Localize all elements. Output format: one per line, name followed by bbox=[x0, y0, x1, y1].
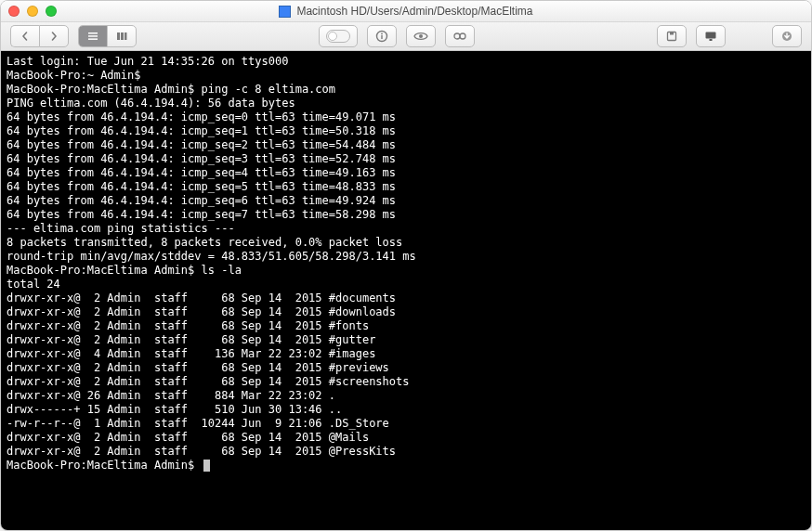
terminal-line: Last login: Tue Jun 21 14:35:26 on ttys0… bbox=[7, 55, 805, 69]
toolbar bbox=[1, 22, 811, 51]
disk-icon bbox=[666, 31, 677, 42]
eye-icon bbox=[413, 31, 428, 42]
terminal-line: 64 bytes from 46.4.194.4: icmp_seq=0 ttl… bbox=[7, 110, 805, 124]
svg-rect-8 bbox=[381, 35, 382, 39]
svg-rect-0 bbox=[88, 32, 98, 34]
chevron-right-icon bbox=[49, 32, 59, 41]
terminal-prompt[interactable]: MacBook-Pro:MacEltima Admin$ bbox=[7, 459, 805, 473]
terminal-line: --- eltima.com ping statistics --- bbox=[7, 222, 805, 236]
svg-rect-14 bbox=[706, 32, 716, 39]
terminal-line: PING eltima.com (46.4.194.4): 56 data by… bbox=[7, 97, 805, 110]
terminal-line: drwxr-xr-x@ 2 Admin staff 68 Sep 14 2015… bbox=[7, 361, 805, 375]
forward-button[interactable] bbox=[39, 25, 69, 47]
info-icon bbox=[375, 30, 388, 43]
svg-point-7 bbox=[381, 33, 383, 35]
terminal-line: 64 bytes from 46.4.194.4: icmp_seq=3 ttl… bbox=[7, 152, 805, 166]
download-icon bbox=[781, 31, 792, 42]
terminal-line: drwxr-xr-x@ 2 Admin staff 68 Sep 14 2015… bbox=[7, 333, 805, 347]
info-button[interactable] bbox=[367, 25, 397, 47]
terminal-line: 64 bytes from 46.4.194.4: icmp_seq=2 ttl… bbox=[7, 138, 805, 152]
preview-button[interactable] bbox=[406, 25, 436, 47]
view-mode-segment bbox=[78, 25, 137, 47]
folder-icon bbox=[279, 6, 291, 18]
binoculars-icon bbox=[452, 31, 467, 42]
close-window-button[interactable] bbox=[8, 6, 20, 17]
titlebar: Macintosh HD/Users/Admin/Desktop/MacElti… bbox=[1, 1, 811, 22]
cursor-icon bbox=[203, 460, 210, 472]
svg-point-9 bbox=[419, 34, 423, 38]
terminal-line: total 24 bbox=[7, 278, 805, 291]
terminal-output[interactable]: Last login: Tue Jun 21 14:35:26 on ttys0… bbox=[1, 51, 811, 530]
terminal-line: MacBook-Pro:MacEltima Admin$ ls -la bbox=[7, 264, 805, 278]
toggle-icon bbox=[326, 30, 350, 43]
terminal-line: drwxr-xr-x@ 2 Admin staff 68 Sep 14 2015… bbox=[7, 431, 805, 445]
svg-rect-5 bbox=[124, 32, 127, 40]
terminal-line: 8 packets transmitted, 8 packets receive… bbox=[7, 236, 805, 250]
window-title-wrap: Macintosh HD/Users/Admin/Desktop/MacElti… bbox=[1, 5, 811, 18]
toggle-switch[interactable] bbox=[319, 25, 358, 47]
list-icon bbox=[87, 32, 98, 41]
svg-rect-2 bbox=[88, 38, 98, 40]
disk-button[interactable] bbox=[657, 25, 687, 47]
terminal-line: 64 bytes from 46.4.194.4: icmp_seq=1 ttl… bbox=[7, 124, 805, 138]
maximize-window-button[interactable] bbox=[46, 6, 57, 17]
svg-point-11 bbox=[460, 33, 465, 39]
terminal-line: 64 bytes from 46.4.194.4: icmp_seq=7 ttl… bbox=[7, 208, 805, 222]
terminal-line: 64 bytes from 46.4.194.4: icmp_seq=4 ttl… bbox=[7, 166, 805, 180]
terminal-line: drwxr-xr-x@ 4 Admin staff 136 Mar 22 23:… bbox=[7, 347, 805, 361]
svg-rect-3 bbox=[117, 32, 120, 40]
nav-buttons bbox=[10, 25, 69, 47]
terminal-line: drwxr-xr-x@ 26 Admin staff 884 Mar 22 23… bbox=[7, 389, 805, 403]
minimize-window-button[interactable] bbox=[27, 6, 38, 17]
svg-point-10 bbox=[454, 33, 460, 39]
chevron-left-icon bbox=[20, 32, 30, 41]
view-list-button[interactable] bbox=[79, 26, 108, 46]
terminal-line: round-trip min/avg/max/stddev = 48.833/5… bbox=[7, 250, 805, 264]
terminal-line: 64 bytes from 46.4.194.4: icmp_seq=5 ttl… bbox=[7, 180, 805, 194]
terminal-line: drwxr-xr-x@ 2 Admin staff 68 Sep 14 2015… bbox=[7, 375, 805, 389]
svg-rect-15 bbox=[710, 39, 713, 41]
terminal-line: drwx------+ 15 Admin staff 510 Jun 30 13… bbox=[7, 403, 805, 417]
window-title: Macintosh HD/Users/Admin/Desktop/MacElti… bbox=[296, 5, 532, 18]
terminal-line: MacBook-Pro:~ Admin$ bbox=[7, 69, 805, 83]
terminal-line: 64 bytes from 46.4.194.4: icmp_seq=6 ttl… bbox=[7, 194, 805, 208]
terminal-line: drwxr-xr-x@ 2 Admin staff 68 Sep 14 2015… bbox=[7, 305, 805, 319]
view-column-button[interactable] bbox=[108, 26, 136, 46]
monitor-button[interactable] bbox=[696, 25, 726, 47]
terminal-line: -rw-r--r--@ 1 Admin staff 10244 Jun 9 21… bbox=[7, 417, 805, 431]
download-button[interactable] bbox=[772, 25, 802, 47]
svg-rect-13 bbox=[670, 32, 674, 35]
search-button[interactable] bbox=[445, 25, 475, 47]
app-window: Macintosh HD/Users/Admin/Desktop/MacElti… bbox=[0, 0, 812, 531]
monitor-icon bbox=[704, 31, 717, 42]
svg-rect-4 bbox=[121, 32, 124, 40]
svg-rect-1 bbox=[88, 35, 98, 37]
terminal-line: MacBook-Pro:MacEltima Admin$ ping -c 8 e… bbox=[7, 83, 805, 97]
back-button[interactable] bbox=[10, 25, 39, 47]
traffic-lights bbox=[8, 6, 57, 17]
terminal-line: drwxr-xr-x@ 2 Admin staff 68 Sep 14 2015… bbox=[7, 291, 805, 305]
terminal-line: drwxr-xr-x@ 2 Admin staff 68 Sep 14 2015… bbox=[7, 445, 805, 459]
terminal-line: drwxr-xr-x@ 2 Admin staff 68 Sep 14 2015… bbox=[7, 319, 805, 333]
columns-icon bbox=[116, 32, 127, 41]
